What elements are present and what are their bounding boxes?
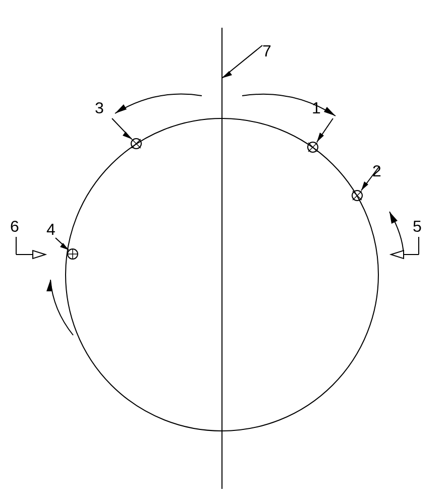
arrow-right-side <box>389 212 404 255</box>
point-3: 3 <box>95 99 141 149</box>
svg-marker-26 <box>391 250 404 259</box>
point-2: 2 <box>352 162 381 201</box>
svg-marker-20 <box>324 107 335 116</box>
label-6: 6 <box>10 217 19 235</box>
svg-marker-14 <box>123 132 132 139</box>
label-3: 3 <box>95 99 104 117</box>
svg-marker-21 <box>115 104 127 113</box>
arrow-top-right <box>242 94 335 116</box>
side-marker-6: 6 <box>10 217 45 259</box>
label-1: 1 <box>312 99 321 117</box>
svg-marker-29 <box>33 250 45 259</box>
label-4: 4 <box>46 220 55 238</box>
svg-marker-19 <box>60 243 69 250</box>
label-7: 7 <box>262 42 271 60</box>
svg-marker-31 <box>222 71 232 78</box>
diagram-canvas: 1 2 3 4 <box>0 0 448 504</box>
label-7-leader: 7 <box>222 42 271 78</box>
arrow-top-left <box>115 94 202 113</box>
label-5: 5 <box>413 217 422 235</box>
svg-marker-23 <box>389 212 398 224</box>
label-2: 2 <box>372 162 381 180</box>
